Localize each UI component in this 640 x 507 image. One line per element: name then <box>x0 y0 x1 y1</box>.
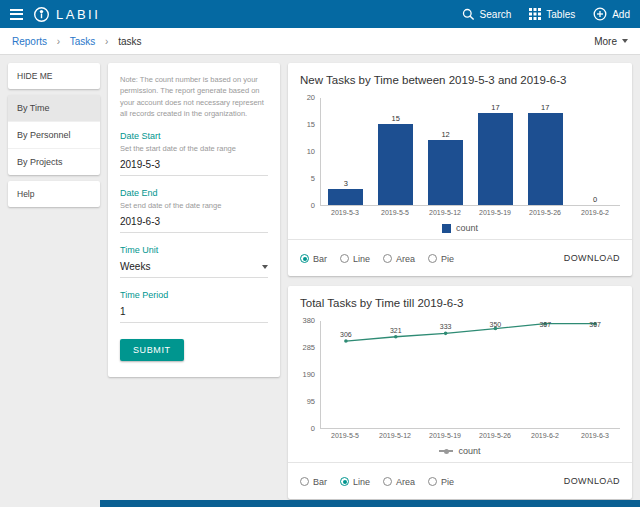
chart-type-option-bar[interactable]: Bar <box>300 477 327 487</box>
y-tick-label: 0 <box>311 424 315 433</box>
date-end-label: Date End <box>120 188 268 198</box>
legend-line-swatch <box>439 450 453 452</box>
chevron-down-icon <box>262 265 268 269</box>
bar <box>328 189 363 205</box>
sidebar: HIDE ME By Time By Personnel By Projects… <box>8 63 100 213</box>
bar-value-label: 3 <box>344 179 348 188</box>
chart-type-option-area[interactable]: Area <box>383 477 415 487</box>
line-chart: 306321333350367367 <box>321 320 620 428</box>
option-label: Area <box>396 477 415 487</box>
y-tick-label: 10 <box>307 147 315 156</box>
x-tick-label: 2019-5-19 <box>420 429 470 439</box>
bar-value-label: 17 <box>491 103 499 112</box>
hide-me-button[interactable]: HIDE ME <box>8 63 100 89</box>
download-button[interactable]: DOWNLOAD <box>564 476 620 486</box>
chart-toolbar: BarLineAreaPie DOWNLOAD <box>288 239 632 276</box>
chart-type-option-pie[interactable]: Pie <box>428 254 454 264</box>
date-end-help: Set end date of the date range <box>120 201 268 210</box>
chart-type-options: BarLineAreaPie <box>300 472 467 490</box>
sidebar-item-help[interactable]: Help <box>8 181 100 207</box>
svg-text:367: 367 <box>589 321 601 328</box>
radio-icon <box>340 477 349 486</box>
menu-icon[interactable] <box>10 6 23 22</box>
tables-label: Tables <box>546 9 575 20</box>
plot-area: 306321333350367367 <box>320 321 620 429</box>
date-end-input[interactable]: 2019-6-3 <box>120 210 268 233</box>
more-button[interactable]: More <box>594 36 628 47</box>
radio-icon <box>340 254 349 263</box>
legend: count <box>288 446 632 456</box>
x-tick-label: 2019-5-12 <box>370 429 420 439</box>
chart-title: Total Tasks by Time till 2019-6-3 <box>288 286 632 317</box>
legend-swatch <box>442 224 451 233</box>
y-tick-label: 190 <box>302 370 315 379</box>
svg-text:367: 367 <box>539 321 551 328</box>
option-label: Bar <box>313 254 327 264</box>
x-tick-label: 2019-6-3 <box>570 429 620 439</box>
time-period-input[interactable]: 1 <box>120 300 268 323</box>
bar-value-label: 0 <box>593 195 597 204</box>
chart-type-option-area[interactable]: Area <box>383 254 415 264</box>
search-button[interactable]: Search <box>462 8 512 21</box>
legend: count <box>288 223 632 233</box>
x-tick-label: 2019-5-26 <box>470 429 520 439</box>
bar-slot: 12 <box>421 98 471 205</box>
date-start-help: Set the start date of the date range <box>120 144 268 153</box>
svg-text:333: 333 <box>440 323 452 330</box>
bar-value-label: 17 <box>541 103 549 112</box>
search-icon <box>462 8 475 21</box>
bar <box>528 113 563 205</box>
chart-type-options: BarLineAreaPie <box>300 249 467 267</box>
svg-text:350: 350 <box>490 321 502 328</box>
x-tick-label: 2019-5-5 <box>370 206 420 216</box>
time-unit-label: Time Unit <box>120 245 268 255</box>
radio-icon <box>383 254 392 263</box>
chart-type-option-bar[interactable]: Bar <box>300 254 327 264</box>
labii-logo[interactable]: LABII <box>33 6 100 23</box>
legend-label: count <box>456 223 478 233</box>
y-tick-label: 95 <box>307 397 315 406</box>
option-label: Line <box>353 254 370 264</box>
bar <box>478 113 513 205</box>
plot-area: 3151217170 <box>320 98 620 206</box>
bar-slot: 0 <box>570 98 620 205</box>
add-button[interactable]: Add <box>593 7 630 21</box>
y-tick-label: 20 <box>307 93 315 102</box>
sidebar-item-by-personnel[interactable]: By Personnel <box>8 122 100 149</box>
breadcrumb: Reports › Tasks › tasks <box>12 36 142 47</box>
date-start-value: 2019-5-3 <box>120 159 160 170</box>
option-label: Line <box>353 477 370 487</box>
x-tick-label: 2019-5-26 <box>520 206 570 216</box>
bar-slot: 17 <box>520 98 570 205</box>
date-end-value: 2019-6-3 <box>120 216 160 227</box>
brand-name: LABII <box>56 7 100 22</box>
add-label: Add <box>612 9 630 20</box>
breadcrumb-tasks[interactable]: Tasks <box>70 36 96 47</box>
y-tick-label: 285 <box>302 343 315 352</box>
bar-value-label: 12 <box>441 130 449 139</box>
svg-text:321: 321 <box>390 327 402 334</box>
chart-type-option-line[interactable]: Line <box>340 254 370 264</box>
breadcrumb-reports[interactable]: Reports <box>12 36 47 47</box>
charts-column: New Tasks by Time between 2019-5-3 and 2… <box>288 63 632 499</box>
chart-type-option-pie[interactable]: Pie <box>428 477 454 487</box>
breadcrumb-separator: › <box>57 36 60 47</box>
time-period-value: 1 <box>120 306 126 317</box>
chart-type-option-line[interactable]: Line <box>340 477 370 487</box>
y-tick-label: 380 <box>302 316 315 325</box>
bottom-bar <box>100 500 640 507</box>
y-tick-label: 15 <box>307 120 315 129</box>
x-axis-labels: 2019-5-32019-5-52019-5-122019-5-192019-5… <box>320 206 620 216</box>
bar <box>428 140 463 205</box>
time-unit-select[interactable]: Weeks <box>120 255 268 278</box>
tables-button[interactable]: Tables <box>529 8 575 20</box>
y-axis: 05101520 <box>296 98 320 206</box>
date-start-label: Date Start <box>120 131 268 141</box>
add-icon <box>593 7 607 21</box>
date-start-input[interactable]: 2019-5-3 <box>120 153 268 176</box>
download-button[interactable]: DOWNLOAD <box>564 253 620 263</box>
submit-button[interactable]: SUBMIT <box>120 339 184 361</box>
breadcrumb-bar: Reports › Tasks › tasks More <box>0 28 640 55</box>
sidebar-item-by-time[interactable]: By Time <box>8 95 100 122</box>
sidebar-item-by-projects[interactable]: By Projects <box>8 149 100 175</box>
